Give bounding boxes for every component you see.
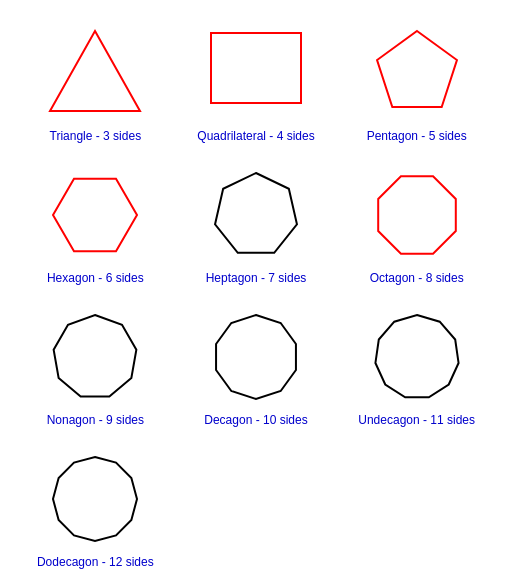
shape-cell-decagon: Decagon - 10 sides xyxy=(176,299,337,431)
shape-label-quadrilateral: Quadrilateral - 4 sides xyxy=(197,129,314,143)
shape-cell-dodecagon: Dodecagon - 12 sides xyxy=(15,441,176,573)
svg-marker-3 xyxy=(53,179,137,252)
shape-cell-quadrilateral: Quadrilateral - 4 sides xyxy=(176,15,337,147)
shapes-grid: Triangle - 3 sidesQuadrilateral - 4 side… xyxy=(10,10,502,578)
shape-cell-pentagon: Pentagon - 5 sides xyxy=(336,15,497,147)
svg-marker-5 xyxy=(378,176,456,254)
svg-marker-6 xyxy=(54,315,137,396)
svg-marker-8 xyxy=(375,315,458,397)
shape-label-octagon: Octagon - 8 sides xyxy=(370,271,464,285)
shape-cell-hexagon: Hexagon - 6 sides xyxy=(15,157,176,289)
svg-marker-9 xyxy=(53,457,137,541)
shape-label-heptagon: Heptagon - 7 sides xyxy=(206,271,307,285)
shape-label-nonagon: Nonagon - 9 sides xyxy=(47,413,144,427)
shape-label-dodecagon: Dodecagon - 12 sides xyxy=(37,555,154,569)
svg-marker-7 xyxy=(216,315,296,399)
shape-cell-triangle: Triangle - 3 sides xyxy=(15,15,176,147)
shape-label-triangle: Triangle - 3 sides xyxy=(50,129,142,143)
shape-label-undecagon: Undecagon - 11 sides xyxy=(358,413,475,427)
shape-cell-nonagon: Nonagon - 9 sides xyxy=(15,299,176,431)
svg-marker-0 xyxy=(50,31,140,111)
shape-label-hexagon: Hexagon - 6 sides xyxy=(47,271,144,285)
svg-marker-4 xyxy=(215,173,297,253)
shape-cell-undecagon: Undecagon - 11 sides xyxy=(336,299,497,431)
shape-cell-heptagon: Heptagon - 7 sides xyxy=(176,157,337,289)
shape-label-decagon: Decagon - 10 sides xyxy=(204,413,307,427)
svg-marker-2 xyxy=(377,31,457,107)
shape-label-pentagon: Pentagon - 5 sides xyxy=(367,129,467,143)
shape-cell-octagon: Octagon - 8 sides xyxy=(336,157,497,289)
svg-rect-1 xyxy=(211,33,301,103)
